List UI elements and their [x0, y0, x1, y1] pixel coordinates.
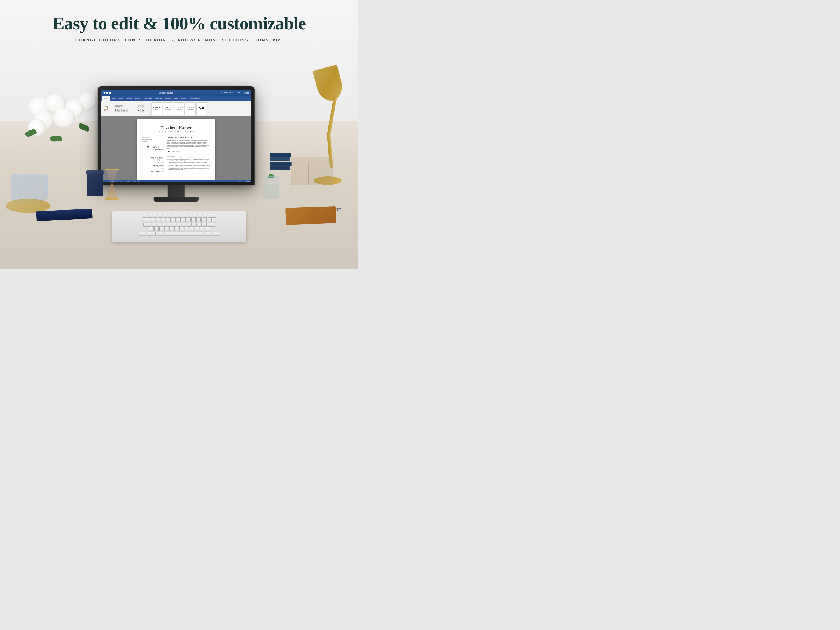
paste-button[interactable]: 📋 Paste	[103, 106, 108, 112]
tab-home[interactable]: Home	[102, 96, 110, 101]
bachelors-school: Your University	[142, 160, 164, 162]
resume-name: Elizabeth Harper	[145, 126, 207, 130]
cert-label: CERTIFICATION HERE	[142, 171, 164, 172]
key	[163, 214, 167, 218]
city: City, State	[142, 141, 164, 142]
main-headline: Easy to edit & 100% customizable	[53, 14, 306, 33]
hourglass-stand-bottom	[105, 198, 119, 200]
font-size-dropdown[interactable]: 11	[120, 105, 123, 108]
subscript-button[interactable]: x₂	[123, 109, 125, 112]
tab-acrobat[interactable]: Acrobat	[179, 96, 188, 101]
word-tabs: Home Insert Draw Design Layout Reference…	[101, 96, 251, 101]
key	[191, 218, 196, 222]
list-button[interactable]: ≡	[137, 105, 139, 108]
sub-headline: CHANGE COLORS, FONTS, HEADINGS, ADD or R…	[75, 38, 283, 42]
flower-vase	[11, 174, 47, 202]
tab-references[interactable]: References	[142, 96, 154, 101]
key	[178, 214, 182, 218]
tab-design[interactable]: Design	[125, 96, 134, 101]
share-button[interactable]: Share	[243, 92, 249, 94]
resume-document: Elizabeth Harper ELEMENTARY SCHOOL TEACH…	[137, 119, 215, 180]
tab-layout[interactable]: Layout	[134, 96, 142, 101]
key-fn	[139, 232, 147, 235]
profile-text: Committed, innovative, and goal-driven e…	[167, 140, 210, 150]
keyboard-row-4	[115, 227, 243, 231]
style-heading2[interactable]: AaBbCcD Heading 2	[185, 103, 196, 115]
zoom-level: 100%	[246, 181, 250, 182]
resume-job-title: ELEMENTARY SCHOOL TEACHER	[145, 131, 207, 133]
style-title[interactable]: AaBb Title	[196, 103, 207, 115]
rose-icon	[53, 108, 75, 128]
key-shift-left	[148, 227, 154, 231]
hourglass-top	[106, 170, 118, 184]
key-tab	[142, 218, 150, 222]
key	[176, 218, 181, 222]
decorative-tray	[6, 199, 51, 213]
key	[172, 223, 177, 227]
leaf-icon	[50, 135, 62, 142]
tab-mailings[interactable]: Mailings	[154, 96, 163, 101]
paragraph-group: ≡ 1. ⇥ ⬅ ☰ ➡	[133, 101, 150, 116]
bullet-3: If you have specific numbers to quantify…	[168, 168, 210, 171]
key	[180, 227, 184, 231]
teaching-detail: State of Connecticut	[142, 166, 164, 168]
key	[153, 214, 157, 218]
key-option-right	[204, 232, 212, 235]
resume-left-col: 555.555.5555 youremail@mail.com City, St…	[142, 137, 164, 172]
tab-view[interactable]: View	[172, 96, 179, 101]
key	[173, 214, 177, 218]
key	[201, 218, 206, 222]
bachelors-field: Elementary Education	[142, 158, 164, 160]
candle-lid	[86, 170, 104, 174]
header-overlay: Easy to edit & 100% customizable CHANGE …	[0, 0, 358, 56]
key-option	[155, 232, 163, 235]
align-right-button[interactable]: ➡	[142, 109, 145, 112]
key-shift-right	[205, 227, 211, 231]
tab-draw[interactable]: Draw	[118, 96, 125, 101]
focus-mode[interactable]: ⊡ Focus	[239, 181, 244, 182]
align-center-button[interactable]: ☰	[140, 109, 142, 112]
italic-button[interactable]: I	[117, 109, 118, 112]
bold-button[interactable]: B	[114, 109, 116, 112]
underline-button[interactable]: U	[118, 109, 120, 112]
style-heading1[interactable]: AaBbCcD Heading 1	[174, 103, 185, 115]
key	[166, 218, 171, 222]
bullet-1: Describe your achievements while in this…	[168, 162, 210, 165]
tab-review[interactable]: Review	[163, 96, 172, 101]
key	[188, 214, 193, 218]
hourglass-body	[106, 169, 118, 197]
style-normal[interactable]: AaBbCcD Normal	[152, 103, 162, 115]
resume-right-col: PROFESSIONAL PROFILE Committed, innovati…	[167, 137, 210, 172]
superscript-button[interactable]: x²	[125, 109, 128, 112]
align-left-button[interactable]: ⬅	[137, 109, 140, 112]
style-no-spacing[interactable]: AaBbCcD No Spacing	[163, 103, 173, 115]
paste-group: 📋 Paste	[102, 101, 109, 116]
monitor-neck	[168, 185, 185, 197]
flower-stems	[22, 91, 73, 175]
key	[189, 227, 194, 231]
key	[185, 227, 189, 231]
word-title: 2 Page Resume	[111, 92, 221, 94]
monitor-body: ⬤ ⬤ ⬤ 2 Page Resume 🔍 Search in Document…	[98, 86, 254, 185]
contact-info: 555.555.5555 youremail@mail.com City, St…	[142, 137, 164, 144]
leather-folio	[285, 206, 336, 225]
key	[198, 214, 202, 218]
key-cmd-right	[212, 232, 220, 235]
key	[161, 218, 166, 222]
tab-shape-format[interactable]: Shape Format	[188, 96, 202, 101]
drink-glass	[262, 177, 280, 199]
numbered-list-button[interactable]: 1.	[140, 105, 142, 108]
key	[174, 227, 179, 231]
strikethrough-button[interactable]: S	[121, 109, 123, 112]
key	[169, 227, 174, 231]
key	[203, 214, 207, 218]
key	[156, 218, 160, 222]
indent-button[interactable]: ⇥	[142, 105, 144, 108]
word-statusbar: Page 1 of 2 333 of 802 words English (Un…	[101, 180, 251, 182]
teaching-date: Date	[142, 168, 164, 170]
tab-insert[interactable]: Insert	[110, 96, 118, 101]
key	[157, 223, 161, 227]
font-name-dropdown[interactable]: Calibri	[114, 105, 120, 108]
keyboard-body	[112, 212, 246, 242]
key	[194, 227, 199, 231]
